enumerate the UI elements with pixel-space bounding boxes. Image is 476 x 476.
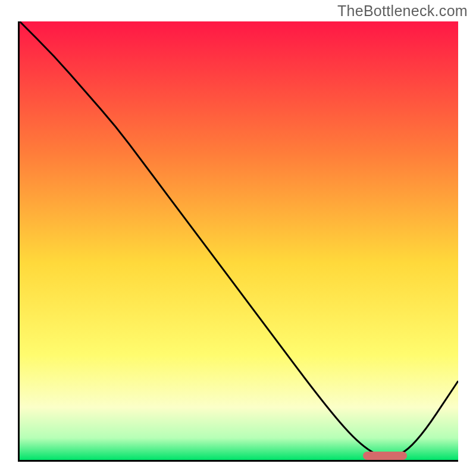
chart-plot-area (18, 21, 458, 462)
chart-background (20, 21, 458, 460)
chart-svg (20, 21, 458, 460)
watermark-text: TheBottleneck.com (337, 2, 468, 20)
optimal-range-marker (363, 452, 407, 460)
chart-wrapper: TheBottleneck.com (0, 0, 476, 476)
